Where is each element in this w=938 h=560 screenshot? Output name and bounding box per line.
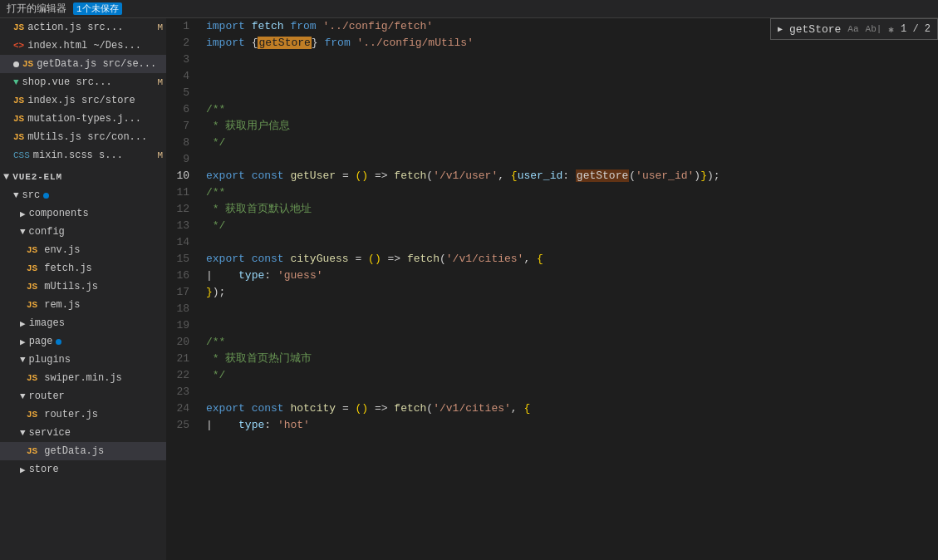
search-bar[interactable]: ▶ getStore Aa Ab| ✱ 1 / 2 — [770, 18, 938, 40]
code-line-8: */ — [206, 135, 938, 151]
line-num: 20 — [166, 334, 189, 351]
tree-config[interactable]: ▼ config — [0, 223, 166, 241]
code-line-16: | type: 'guess' — [206, 268, 938, 284]
folder-label: config — [29, 226, 65, 238]
sidebar-item-active[interactable]: JS getData.js src/se... — [0, 55, 166, 73]
code-line-7: * 获取用户信息 — [206, 118, 938, 135]
js-icon: JS — [13, 114, 24, 124]
sidebar-item[interactable]: JS mUtils.js src/con... — [0, 128, 166, 146]
tree-plugins[interactable]: ▼ plugins — [0, 351, 166, 369]
folder-closed-icon: ▶ — [20, 318, 26, 329]
code-container: 1 2 3 4 5 6 7 8 9 10 11 12 13 14 — [166, 18, 938, 560]
line-num: 25 — [166, 417, 189, 434]
sidebar-item[interactable]: JS index.js src/store — [0, 91, 166, 110]
line-num: 24 — [166, 400, 189, 417]
folder-label: components — [29, 208, 89, 219]
search-option-case[interactable]: Aa — [847, 24, 858, 34]
code-line-12: * 获取首页默认地址 — [206, 201, 938, 218]
file-label: index.js src/store — [27, 95, 166, 106]
modified-badge: M — [157, 77, 163, 87]
tree-store[interactable]: ▶ store — [0, 460, 166, 479]
main-layout: JS action.js src... M <> index.html ~/De… — [0, 18, 938, 560]
code-line-15: export const cityGuess = () => fetch('/v… — [206, 251, 938, 268]
line-num: 12 — [166, 201, 189, 218]
js-icon: JS — [27, 300, 37, 310]
file-label: mutation-types.j... — [27, 113, 166, 125]
js-icon: JS — [27, 263, 37, 273]
line-num: 19 — [166, 317, 189, 334]
line-num: 11 — [166, 184, 189, 201]
sidebar: JS action.js src... M <> index.html ~/De… — [0, 18, 166, 560]
line-num: 22 — [166, 367, 189, 384]
js-icon: JS — [13, 96, 24, 106]
tree-images[interactable]: ▶ images — [0, 314, 166, 332]
collapse-icon: ▼ — [3, 171, 9, 183]
line-num: 1 — [166, 18, 189, 35]
root-label: VUE2-ELM — [12, 172, 62, 182]
tree-swiper[interactable]: JS swiper.min.js — [0, 369, 166, 387]
js-icon: JS — [13, 22, 24, 32]
tree-mutils-js[interactable]: JS mUtils.js — [0, 278, 166, 296]
folder-label: images — [29, 317, 65, 329]
expand-icon[interactable]: ▶ — [778, 24, 783, 34]
sidebar-item[interactable]: CSS mixin.scss s... M — [0, 146, 166, 165]
file-label: mixin.scss s... — [33, 150, 158, 161]
sidebar-item[interactable]: <> index.html ~/Des... — [0, 37, 166, 55]
line-num: 9 — [166, 151, 189, 168]
code-line-19 — [206, 317, 938, 334]
tree-src[interactable]: ▼ src — [0, 186, 166, 204]
topbar: 打开的编辑器 1个未保存 — [0, 0, 938, 18]
sidebar-item[interactable]: JS action.js src... M — [0, 18, 166, 37]
editor: ▶ getStore Aa Ab| ✱ 1 / 2 1 2 3 4 5 — [166, 18, 938, 560]
line-num: 16 — [166, 268, 189, 284]
code-line-23 — [206, 384, 938, 400]
code-line-25: | type: 'hot' — [206, 417, 938, 434]
file-label: env.js — [44, 244, 80, 256]
js-icon: JS — [27, 245, 37, 255]
file-label: mUtils.js src/con... — [27, 131, 166, 143]
code-line-24: export const hotcity = () => fetch('/v1/… — [206, 400, 938, 417]
folder-label: service — [29, 427, 71, 439]
line-num: 6 — [166, 101, 189, 118]
line-num: 17 — [166, 284, 189, 301]
file-label: shop.vue src... — [22, 76, 158, 88]
tree-components[interactable]: ▶ components — [0, 204, 166, 223]
line-num: 18 — [166, 301, 189, 317]
tree-getdata-js[interactable]: JS getData.js — [0, 442, 166, 460]
page-dot — [56, 339, 61, 345]
code-line-22: */ — [206, 367, 938, 384]
tree-env-js[interactable]: JS env.js — [0, 241, 166, 259]
line-num: 8 — [166, 135, 189, 151]
folder-label: store — [29, 464, 59, 475]
file-label: fetch.js — [44, 263, 92, 274]
code-line-6: /** — [206, 101, 938, 118]
sidebar-item[interactable]: JS mutation-types.j... — [0, 110, 166, 128]
search-option-regex[interactable]: ✱ — [888, 24, 894, 35]
line-num: 21 — [166, 351, 189, 367]
line-num-active: 10 — [166, 168, 189, 184]
folder-open-icon: ▼ — [20, 355, 26, 365]
tree-service[interactable]: ▼ service — [0, 424, 166, 442]
code-line-20: /** — [206, 334, 938, 351]
search-option-word[interactable]: Ab| — [866, 24, 882, 34]
folder-label: src — [22, 189, 41, 201]
file-label: swiper.min.js — [44, 372, 122, 384]
code-line-9 — [206, 151, 938, 168]
code-line-14 — [206, 234, 938, 251]
sidebar-item[interactable]: ▼ shop.vue src... M — [0, 73, 166, 91]
tree-router[interactable]: ▼ router — [0, 387, 166, 405]
file-label: getData.js src/se... — [37, 58, 166, 70]
tree-rem-js[interactable]: JS rem.js — [0, 296, 166, 314]
file-label: router.js — [44, 409, 98, 420]
tree-router-js[interactable]: JS router.js — [0, 405, 166, 424]
tree-root[interactable]: ▼ VUE2-ELM — [0, 168, 166, 186]
folder-closed-icon: ▶ — [20, 209, 26, 219]
code-area[interactable]: 1 2 3 4 5 6 7 8 9 10 11 12 13 14 — [166, 18, 938, 560]
src-dot — [43, 193, 49, 199]
folder-open-icon: ▼ — [13, 190, 19, 200]
tree-page[interactable]: ▶ page — [0, 332, 166, 351]
js-icon: JS — [27, 282, 37, 292]
code-line-11: /** — [206, 184, 938, 201]
tree-fetch-js[interactable]: JS fetch.js — [0, 259, 166, 278]
line-num: 5 — [166, 85, 189, 101]
